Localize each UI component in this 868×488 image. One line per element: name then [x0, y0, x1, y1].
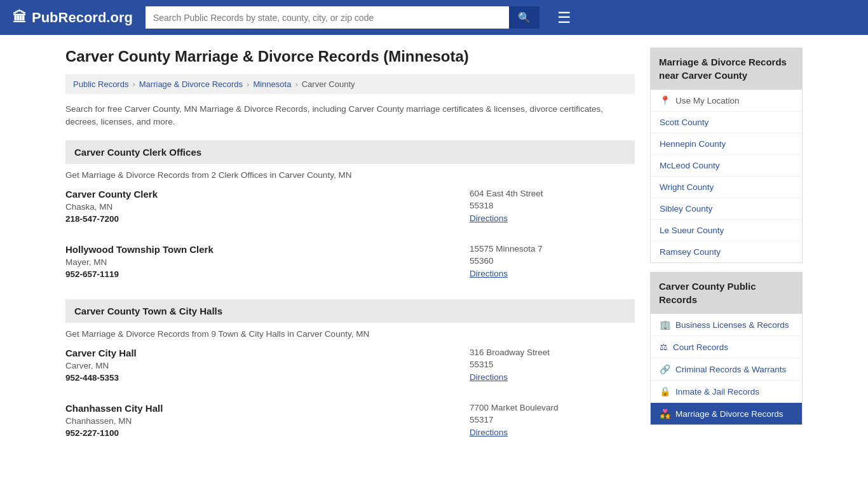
- record-address: 316 Broadway Street: [470, 348, 635, 357]
- section-desc-clerk: Get Marriage & Divorce Records from 2 Cl…: [65, 170, 635, 180]
- record-right: 604 East 4th Street 55318 Directions: [470, 189, 635, 226]
- sidebar-item-hennepin-county[interactable]: Hennepin County: [651, 133, 802, 155]
- breadcrumb: Public Records › Marriage & Divorce Reco…: [65, 74, 635, 94]
- sidebar-item-label: Criminal Records & Warrants: [675, 365, 786, 374]
- main-content: Carver County Marriage & Divorce Records…: [65, 48, 635, 458]
- sidebar-item-criminal-records[interactable]: 🔗 Criminal Records & Warrants: [651, 358, 802, 381]
- record-name: Chanhassen City Hall: [65, 403, 457, 414]
- record-right: 316 Broadway Street 55315 Directions: [470, 348, 635, 385]
- search-button[interactable]: 🔍: [509, 6, 539, 29]
- section-header-clerk: Carver County Clerk Offices: [65, 140, 635, 164]
- record-phone: 952-448-5353: [65, 373, 457, 383]
- sidebar-item-label: Inmate & Jail Records: [675, 387, 759, 396]
- record-city: Chaska, MN: [65, 202, 457, 212]
- sidebar-item-label: Business Licenses & Records: [675, 320, 789, 330]
- logo-icon: 🏛: [13, 10, 27, 26]
- logo-text: PubRecord.org: [32, 10, 133, 26]
- record-address: 604 East 4th Street: [470, 189, 635, 198]
- record-entry-carver-city-hall: Carver City Hall Carver, MN 952-448-5353…: [65, 348, 635, 391]
- breadcrumb-sep-1: ›: [132, 79, 135, 89]
- marriage-icon: 💑: [660, 409, 670, 419]
- sidebar-item-label: Marriage & Divorce Records: [675, 409, 783, 419]
- sidebar-item-sibley-county[interactable]: Sibley County: [651, 198, 802, 220]
- section-desc-cityhalls: Get Marriage & Divorce Records from 9 To…: [65, 329, 635, 339]
- record-left: Hollywood Township Town Clerk Mayer, MN …: [65, 244, 457, 281]
- sidebar-item-wright-county[interactable]: Wright County: [651, 177, 802, 198]
- sidebar-item-inmate-records[interactable]: 🔒 Inmate & Jail Records: [651, 381, 802, 403]
- hamburger-icon[interactable]: ☰: [557, 9, 571, 27]
- sidebar-item-court-records[interactable]: ⚖ Court Records: [651, 336, 802, 358]
- breadcrumb-sep-3: ›: [295, 79, 297, 89]
- sidebar-county-label: Scott County: [660, 118, 709, 127]
- record-city: Carver, MN: [65, 361, 457, 370]
- record-name: Hollywood Township Town Clerk: [65, 244, 457, 255]
- sidebar-item-lesueur-county[interactable]: Le Sueur County: [651, 220, 802, 241]
- record-name: Carver County Clerk: [65, 189, 457, 200]
- record-phone: 952-227-1100: [65, 428, 457, 438]
- record-city: Mayer, MN: [65, 257, 457, 267]
- sidebar-item-marriage-records[interactable]: 💑 Marriage & Divorce Records: [651, 403, 802, 424]
- logo[interactable]: 🏛 PubRecord.org: [13, 10, 133, 26]
- sidebar-item-scott-county[interactable]: Scott County: [651, 112, 802, 133]
- directions-link[interactable]: Directions: [470, 214, 508, 223]
- use-location-label: Use My Location: [675, 96, 740, 105]
- sidebar-county-label: Sibley County: [660, 204, 712, 214]
- record-right: 7700 Market Boulevard 55317 Directions: [470, 403, 635, 440]
- jail-icon: 🔒: [660, 386, 670, 396]
- record-address: 7700 Market Boulevard: [470, 403, 635, 412]
- main-container: Carver County Marriage & Divorce Records…: [53, 35, 815, 471]
- sidebar-county-label: McLeod County: [660, 161, 720, 170]
- search-bar: 🔍: [146, 6, 539, 29]
- sidebar-nearby-title: Marriage & Divorce Records near Carver C…: [650, 48, 803, 90]
- site-header: 🏛 PubRecord.org 🔍 ☰: [0, 0, 868, 35]
- sidebar-public-records-title: Carver County Public Records: [650, 272, 803, 314]
- sidebar-item-business-licenses[interactable]: 🏢 Business Licenses & Records: [651, 314, 802, 336]
- sidebar-item-ramsey-county[interactable]: Ramsey County: [651, 241, 802, 262]
- sidebar-county-label: Le Sueur County: [660, 226, 724, 235]
- record-left: Carver County Clerk Chaska, MN 218-547-7…: [65, 189, 457, 226]
- sidebar: Marriage & Divorce Records near Carver C…: [650, 48, 803, 458]
- directions-link[interactable]: Directions: [470, 269, 508, 278]
- record-phone: 218-547-7200: [65, 214, 457, 224]
- record-zip: 55318: [470, 201, 635, 210]
- record-phone: 952-657-1119: [65, 269, 457, 279]
- directions-link[interactable]: Directions: [470, 372, 508, 382]
- page-description: Search for free Carver County, MN Marria…: [65, 103, 635, 129]
- record-address: 15575 Minnesota 7: [470, 244, 635, 254]
- sidebar-public-records-section: Carver County Public Records 🏢 Business …: [650, 272, 803, 425]
- criminal-icon: 🔗: [660, 364, 670, 374]
- record-zip: 55315: [470, 360, 635, 369]
- record-right: 15575 Minnesota 7 55360 Directions: [470, 244, 635, 281]
- breadcrumb-minnesota[interactable]: Minnesota: [253, 79, 291, 89]
- record-zip: 55360: [470, 256, 635, 266]
- record-entry-hollywood-clerk: Hollywood Township Town Clerk Mayer, MN …: [65, 244, 635, 288]
- sidebar-county-label: Ramsey County: [660, 247, 721, 257]
- record-left: Carver City Hall Carver, MN 952-448-5353: [65, 348, 457, 385]
- breadcrumb-marriage-records[interactable]: Marriage & Divorce Records: [139, 79, 243, 89]
- sidebar-nearby-list: 📍 Use My Location Scott County Hennepin …: [650, 90, 803, 263]
- breadcrumb-sep-2: ›: [247, 79, 249, 89]
- record-entry-chanhassen-city-hall: Chanhassen City Hall Chanhassen, MN 952-…: [65, 403, 635, 447]
- sidebar-nearby-section: Marriage & Divorce Records near Carver C…: [650, 48, 803, 263]
- record-name: Carver City Hall: [65, 348, 457, 358]
- directions-link[interactable]: Directions: [470, 428, 508, 437]
- page-title: Carver County Marriage & Divorce Records…: [65, 48, 635, 65]
- record-zip: 55317: [470, 415, 635, 424]
- sidebar-item-label: Court Records: [673, 342, 728, 352]
- sidebar-use-location[interactable]: 📍 Use My Location: [651, 90, 802, 112]
- location-icon: 📍: [660, 95, 670, 105]
- sidebar-public-records-list: 🏢 Business Licenses & Records ⚖ Court Re…: [650, 314, 803, 425]
- sidebar-item-mcleod-county[interactable]: McLeod County: [651, 155, 802, 177]
- breadcrumb-current: Carver County: [302, 79, 355, 89]
- record-entry-carver-county-clerk: Carver County Clerk Chaska, MN 218-547-7…: [65, 189, 635, 233]
- court-icon: ⚖: [660, 342, 668, 352]
- record-city: Chanhassen, MN: [65, 416, 457, 426]
- sidebar-county-label: Hennepin County: [660, 139, 726, 149]
- record-left: Chanhassen City Hall Chanhassen, MN 952-…: [65, 403, 457, 440]
- sidebar-county-label: Wright County: [660, 182, 714, 192]
- breadcrumb-public-records[interactable]: Public Records: [73, 79, 128, 89]
- business-icon: 🏢: [660, 320, 670, 330]
- section-header-cityhalls: Carver County Town & City Halls: [65, 299, 635, 323]
- search-input[interactable]: [146, 6, 509, 29]
